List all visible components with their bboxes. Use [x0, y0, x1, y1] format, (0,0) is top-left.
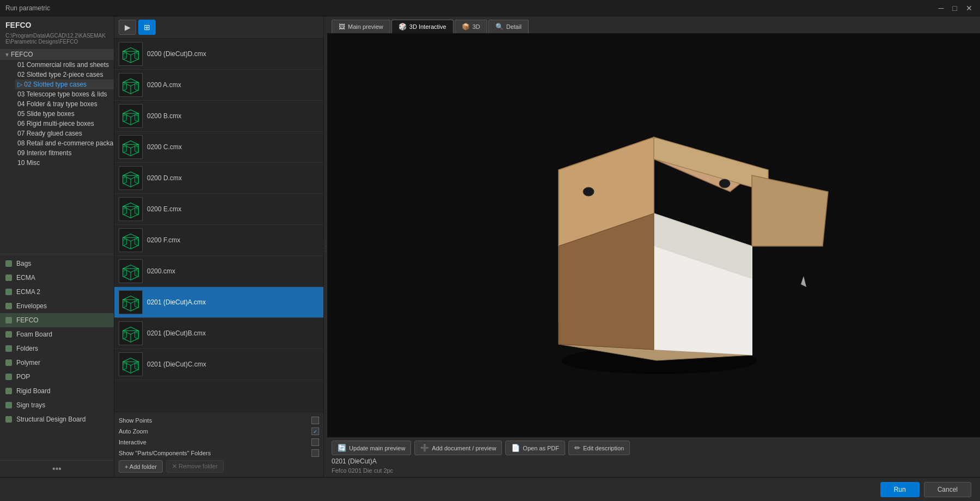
show-points-label: Show Points [119, 417, 152, 424]
title-bar: Run parametric ─ □ ✕ [0, 0, 980, 16]
file-thumb [119, 259, 143, 283]
tree-item-04[interactable]: 04 Folder & tray type boxes [15, 99, 114, 109]
sidebar-item-foamboard[interactable]: Foam Board [0, 327, 114, 341]
preview-action-adddoc[interactable]: ➕ Add document / preview [414, 441, 502, 455]
close-button[interactable]: ✕ [964, 4, 975, 13]
action-label-adddoc: Add document / preview [432, 445, 496, 451]
category-label: Folders [16, 345, 38, 352]
remove-folder-button[interactable]: ✕ Remove folder [166, 460, 224, 473]
tree-item-09[interactable]: 09 Interior fitments [15, 148, 114, 158]
tree-item-label: 05 Slide type boxes [17, 110, 112, 118]
tab-label-3d: 3D [473, 23, 480, 30]
file-item-f10[interactable]: 0201 (DieCut)B.cmx [114, 318, 323, 349]
tree-root: ▼ FEFCO 01 Commercial rolls and sheets02… [0, 48, 114, 169]
maximize-button[interactable]: □ [951, 4, 959, 13]
file-name: 0200 (DieCut)D.cmx [147, 50, 206, 58]
preview-panel: 🖼 Main preview 🎲 3D Interactive 📦 3D 🔍 D… [327, 16, 980, 477]
show-points-checkbox[interactable] [311, 417, 319, 424]
file-item-f1[interactable]: 0200 (DieCut)D.cmx [114, 39, 323, 70]
file-name: 0200 B.cmx [147, 112, 181, 120]
sidebar-bottom: ••• [0, 460, 114, 477]
show-parts-label: Show "Parts/Components" Folders [119, 450, 211, 456]
run-button[interactable]: Run [880, 482, 920, 497]
minimize-button[interactable]: ─ [936, 4, 946, 13]
file-thumb [119, 73, 143, 97]
cancel-button[interactable]: Cancel [924, 482, 971, 497]
folder-tree: ▼ FEFCO 01 Commercial rolls and sheets02… [0, 48, 114, 252]
tree-item-02a[interactable]: 02 Slotted type 2-piece cases [15, 70, 114, 80]
tree-item-label: 01 Commercial rolls and sheets [17, 61, 112, 69]
sidebar-item-envelopes[interactable]: Envelopes [0, 299, 114, 313]
file-item-f4[interactable]: 0200 C.cmx [114, 132, 323, 163]
action-label-editdesc: Edit description [583, 445, 624, 451]
sidebar-item-polymer[interactable]: Polymer [0, 356, 114, 370]
file-item-f11[interactable]: 0201 (DieCut)C.cmx [114, 349, 323, 380]
file-item-f5[interactable]: 0200 D.cmx [114, 163, 323, 194]
category-icon [5, 303, 12, 309]
sidebar-item-structural[interactable]: Structural Design Board [0, 412, 114, 426]
tree-item-06[interactable]: 06 Rigid multi-piece boxes [15, 119, 114, 129]
tree-item-08[interactable]: 08 Retail and e-commerce packa... [15, 138, 114, 148]
file-name: 0201 (DieCut)C.cmx [147, 361, 206, 368]
sidebar-item-rigidboard[interactable]: Rigid Board [0, 384, 114, 398]
file-thumb [119, 228, 143, 252]
file-item-f6[interactable]: 0200 E.cmx [114, 194, 323, 225]
category-icon [5, 331, 12, 338]
bottom-bar: Run Cancel [0, 477, 980, 501]
category-label: Envelopes [16, 302, 47, 310]
tree-item-05[interactable]: 05 Slide type boxes [15, 109, 114, 119]
tree-item-10[interactable]: 10 Misc [15, 158, 114, 168]
middle-toolbar: ▶ ⊞ [114, 16, 323, 39]
preview-actions: 🔄 Update main preview ➕ Add document / p… [332, 441, 976, 455]
svg-marker-38 [123, 270, 127, 277]
auto-zoom-label: Auto Zoom [119, 428, 148, 435]
category-icon [5, 388, 12, 394]
file-item-f2[interactable]: 0200 A.cmx [114, 70, 323, 101]
auto-zoom-row: Auto Zoom ✓ [119, 427, 319, 435]
preview-action-editdesc[interactable]: ✏ Edit description [568, 441, 630, 455]
sidebar-item-ecma2[interactable]: ECMA 2 [0, 285, 114, 299]
auto-zoom-checkbox[interactable]: ✓ [311, 427, 319, 435]
hole-right-flap [719, 179, 730, 188]
svg-marker-34 [135, 239, 139, 246]
category-icon [5, 359, 12, 366]
preview-tab-detail[interactable]: 🔍 Detail [488, 20, 529, 33]
tree-item-07[interactable]: 07 Ready glued cases [15, 129, 114, 138]
action-icon-update: 🔄 [338, 444, 346, 452]
file-thumb [119, 104, 143, 128]
preview-action-openpdf[interactable]: 📄 Open as PDF [505, 441, 565, 455]
interactive-row: Interactive [119, 438, 319, 446]
show-parts-row: Show "Parts/Components" Folders [119, 449, 319, 457]
file-item-f3[interactable]: 0200 B.cmx [114, 101, 323, 132]
middle-bottom: Show Points Auto Zoom ✓ Interactive Show… [114, 412, 323, 477]
file-item-f7[interactable]: 0200 F.cmx [114, 225, 323, 256]
tree-item-03[interactable]: 03 Telescope type boxes & lids [15, 89, 114, 99]
sidebar-item-fefco[interactable]: FEFCO [0, 313, 114, 327]
file-thumb [119, 166, 143, 190]
sidebar-item-folders[interactable]: Folders [0, 341, 114, 356]
preview-tab-main[interactable]: 🖼 Main preview [332, 20, 390, 33]
preview-tab-3d[interactable]: 📦 3D [455, 20, 487, 33]
add-folder-button[interactable]: + Add folder [119, 460, 163, 473]
preview-action-update[interactable]: 🔄 Update main preview [332, 441, 411, 455]
sidebar-item-ecma[interactable]: ECMA [0, 271, 114, 285]
file-item-f9[interactable]: 0201 (DieCut)A.cmx [114, 287, 323, 318]
tree-item-01[interactable]: 01 Commercial rolls and sheets [15, 60, 114, 70]
show-parts-checkbox[interactable] [311, 449, 319, 457]
grid-button[interactable]: ⊞ [138, 20, 156, 35]
file-list: 0200 (DieCut)D.cmx 0200 A.cmx [114, 39, 323, 412]
play-button[interactable]: ▶ [119, 20, 136, 35]
preview-tab-3dinteractive[interactable]: 🎲 3D Interactive [391, 20, 454, 33]
tree-root-item[interactable]: ▼ FEFCO [0, 49, 114, 60]
category-icon [5, 374, 12, 380]
svg-marker-19 [135, 145, 139, 152]
tab-icon-main: 🖼 [339, 23, 345, 30]
sidebar-item-signtrays[interactable]: Sign trays [0, 398, 114, 412]
tree-item-02b[interactable]: ▷ 02 Slotted type cases [15, 80, 114, 89]
sidebar-item-pop[interactable]: POP [0, 370, 114, 384]
svg-marker-4 [135, 52, 139, 59]
interactive-checkbox[interactable] [311, 438, 319, 446]
sidebar-item-bags[interactable]: Bags [0, 256, 114, 271]
more-options-icon[interactable]: ••• [52, 464, 62, 474]
file-item-f8[interactable]: 0200.cmx [114, 256, 323, 287]
